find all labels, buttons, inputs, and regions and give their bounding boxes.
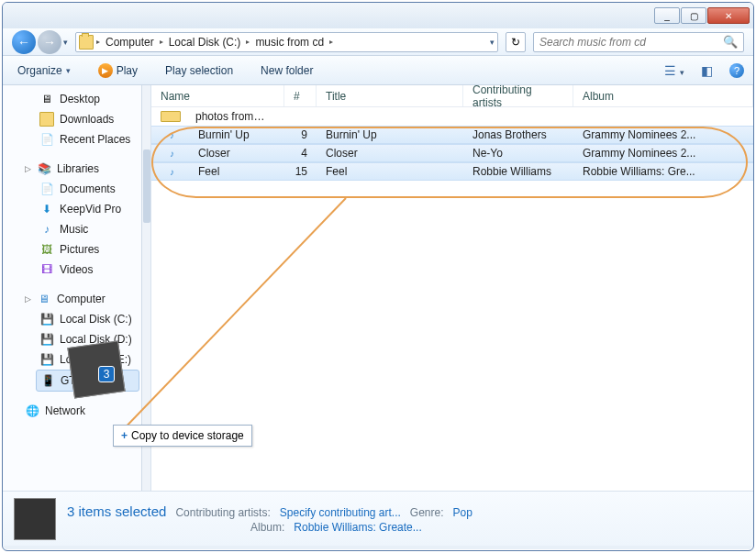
file-row-music[interactable]: ♪Closer 4 Closer Ne-Yo Grammy Nominees 2… — [151, 144, 753, 162]
new-folder-button[interactable]: New folder — [255, 62, 318, 79]
sidebar-item-libraries[interactable]: ▷📚Libraries — [3, 159, 150, 179]
play-selection-button[interactable]: Play selection — [160, 62, 239, 79]
view-options-button[interactable]: ☰ ▾ — [664, 63, 684, 78]
breadcrumb-seg[interactable]: Local Disk (C:) — [166, 36, 244, 49]
explorer-window: _ ▢ ✕ ← → ▾ ▸ Computer ▸ Local Disk (C:)… — [2, 2, 754, 551]
file-row-music[interactable]: ♪Burnin' Up 9 Burnin' Up Jonas Brothers … — [151, 126, 753, 144]
breadcrumb-separator-icon[interactable]: ▸ — [329, 38, 333, 46]
desktop-icon: 🖥 — [39, 92, 54, 106]
help-button[interactable]: ? — [729, 63, 744, 78]
titlebar: _ ▢ ✕ — [3, 3, 753, 28]
column-header-row: Name # Title Contributing artists Album — [151, 85, 753, 107]
details-thumbnail — [14, 498, 56, 540]
search-icon: 🔍 — [723, 35, 738, 49]
libraries-icon: 📚 — [37, 161, 51, 176]
sidebar-item-desktop[interactable]: 🖥Desktop — [3, 89, 150, 109]
minimize-button[interactable]: _ — [654, 7, 680, 24]
music-file-icon: ♪ — [161, 149, 183, 159]
refresh-button[interactable]: ↻ — [506, 32, 526, 52]
sidebar-item-videos[interactable]: 🎞Videos — [3, 260, 150, 280]
column-header-name[interactable]: Name — [151, 85, 284, 106]
file-row-music[interactable]: ♪Feel 15 Feel Robbie Williams Robbie Wil… — [151, 162, 753, 181]
drag-tooltip-text: Copy to device storage — [131, 429, 244, 442]
column-header-album[interactable]: Album — [573, 85, 753, 106]
folder-icon — [39, 112, 54, 127]
music-file-icon: ♪ — [161, 130, 183, 140]
expand-icon[interactable]: ▷ — [25, 294, 31, 304]
maximize-button[interactable]: ▢ — [681, 7, 706, 24]
folder-icon — [161, 111, 181, 122]
drag-thumbnail-image — [67, 340, 125, 398]
details-pane: 3 items selected Contributing artists: S… — [3, 491, 753, 546]
details-label: Genre: — [410, 506, 444, 519]
search-box[interactable]: 🔍 — [533, 32, 744, 52]
sidebar-item-music[interactable]: ♪Music — [3, 219, 150, 239]
sidebar-item-downloads[interactable]: Downloads — [3, 109, 150, 129]
column-header-artist[interactable]: Contributing artists — [463, 85, 573, 106]
device-icon: 📱 — [40, 373, 55, 388]
sidebar-item-drive[interactable]: 💾Local Disk (C:) — [3, 309, 150, 329]
address-dropdown-icon[interactable]: ▾ — [490, 38, 495, 47]
refresh-icon: ↻ — [511, 36, 520, 49]
expand-icon[interactable]: ▷ — [25, 164, 31, 173]
sidebar-item-recent[interactable]: 📄Recent Places — [3, 129, 150, 149]
recent-icon: 📄 — [39, 132, 54, 147]
drag-preview: 3 — [58, 331, 140, 410]
breadcrumb-separator-icon[interactable]: ▸ — [160, 38, 163, 46]
breadcrumb-seg[interactable]: Computer — [103, 36, 157, 49]
network-icon: 🌐 — [25, 404, 39, 418]
videos-icon: 🎞 — [39, 262, 54, 277]
details-value[interactable]: Robbie Williams: Greate... — [294, 521, 421, 534]
documents-icon: 📄 — [39, 182, 54, 196]
history-dropdown-icon[interactable]: ▾ — [63, 38, 68, 47]
folder-icon — [79, 35, 94, 50]
sidebar-item-pictures[interactable]: 🖼Pictures — [3, 239, 150, 260]
app-icon: ⬇ — [39, 202, 54, 216]
column-header-num[interactable]: # — [284, 85, 317, 106]
svg-line-0 — [117, 198, 346, 437]
breadcrumb-separator-icon[interactable]: ▸ — [96, 38, 100, 46]
computer-icon: 🖥 — [37, 292, 51, 306]
back-button[interactable]: ← — [12, 30, 36, 54]
breadcrumb[interactable]: ▸ Computer ▸ Local Disk (C:) ▸ music fro… — [75, 32, 498, 52]
disk-icon: 💾 — [39, 312, 54, 326]
address-bar: ← → ▾ ▸ Computer ▸ Local Disk (C:) ▸ mus… — [3, 28, 753, 56]
play-icon: ▶ — [98, 63, 113, 78]
file-row-folder[interactable]: photos from iPhone — [151, 107, 753, 126]
plus-icon: + — [121, 429, 128, 442]
chevron-down-icon: ▾ — [66, 66, 71, 75]
column-header-title[interactable]: Title — [317, 85, 463, 106]
sidebar-item-keepvid[interactable]: ⬇KeepVid Pro — [3, 199, 150, 219]
details-value[interactable]: Pop — [453, 506, 472, 519]
drag-tooltip: + Copy to device storage — [113, 425, 252, 447]
breadcrumb-separator-icon[interactable]: ▸ — [246, 38, 250, 46]
breadcrumb-seg[interactable]: music from cd — [252, 36, 327, 49]
drag-count-badge: 3 — [98, 366, 115, 382]
preview-pane-button[interactable]: ◧ — [701, 63, 713, 78]
sidebar-item-computer[interactable]: ▷🖥Computer — [3, 289, 150, 309]
details-label: Contributing artists: — [175, 506, 270, 519]
organize-button[interactable]: Organize ▾ — [12, 62, 76, 79]
sidebar-item-documents[interactable]: 📄Documents — [3, 179, 150, 199]
disk-icon: 💾 — [39, 352, 54, 367]
music-icon: ♪ — [39, 222, 54, 237]
selection-count: 3 items selected — [67, 503, 166, 519]
disk-icon: 💾 — [39, 332, 54, 347]
details-value[interactable]: Specify contributing art... — [280, 506, 401, 519]
play-button[interactable]: ▶Play — [93, 61, 143, 80]
details-label: Album: — [250, 521, 284, 534]
close-button[interactable]: ✕ — [707, 7, 750, 24]
music-file-icon: ♪ — [161, 167, 183, 177]
forward-button[interactable]: → — [38, 30, 61, 54]
search-input[interactable] — [539, 36, 723, 49]
toolbar: Organize ▾ ▶Play Play selection New fold… — [3, 56, 753, 85]
pictures-icon: 🖼 — [39, 242, 54, 257]
